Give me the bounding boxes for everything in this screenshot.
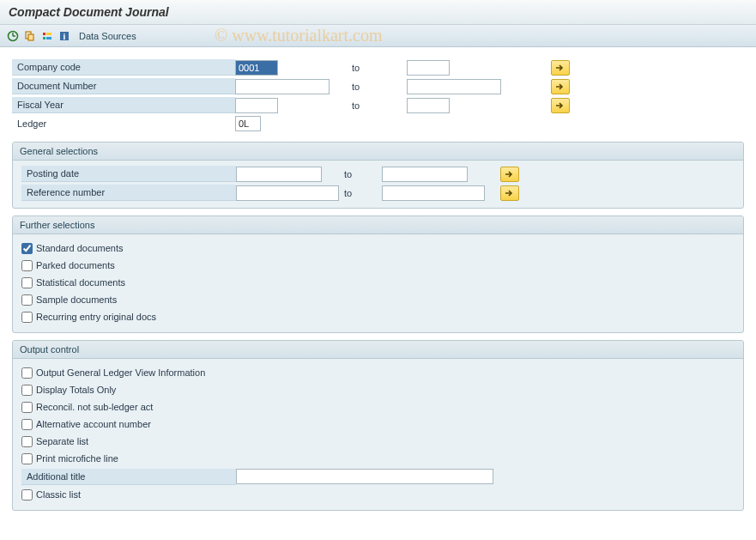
- reference-number-from-input[interactable]: [236, 185, 339, 201]
- additional-title-row: Additional title: [21, 467, 735, 486]
- title-bar: Compact Document Journal: [0, 0, 756, 25]
- further-check-label: Standard documents: [36, 243, 124, 253]
- output-control-group: Output control Output General Ledger Vie…: [12, 340, 744, 511]
- svg-rect-5: [43, 33, 45, 35]
- ledger-label: Ledger: [12, 116, 235, 131]
- further-check-label: Statistical documents: [36, 277, 125, 288]
- further-check-row: Parked documents: [21, 257, 735, 274]
- company-code-range-button[interactable]: [551, 60, 570, 76]
- classic-list-label: Classic list: [36, 489, 81, 500]
- svg-rect-4: [28, 34, 33, 40]
- output-check-label: Output General Ledger View Information: [36, 367, 205, 378]
- output-checkbox-2[interactable]: [21, 402, 33, 413]
- reference-number-label: Reference number: [21, 185, 236, 201]
- document-number-to-input[interactable]: [407, 79, 501, 94]
- output-control-header: Output control: [13, 341, 743, 359]
- svg-text:i: i: [64, 32, 66, 41]
- output-check-label: Reconcil. not sub-ledger act: [36, 402, 153, 412]
- further-check-row: Sample documents: [21, 291, 735, 308]
- fiscal-year-from-input[interactable]: [235, 98, 278, 113]
- output-check-row: Output General Ledger View Information: [21, 364, 735, 381]
- output-check-label: Separate list: [36, 436, 88, 446]
- posting-date-to-input[interactable]: [382, 167, 468, 182]
- posting-date-from-input[interactable]: [236, 167, 322, 182]
- posting-date-label: Posting date: [21, 166, 236, 182]
- further-checkbox-0[interactable]: [21, 243, 33, 254]
- further-checkbox-2[interactable]: [21, 277, 33, 288]
- company-code-to-input[interactable]: [407, 60, 450, 76]
- output-checkbox-3[interactable]: [21, 419, 33, 430]
- classic-list-row: Classic list: [21, 486, 735, 503]
- further-selections-group: Further selections Standard documentsPar…: [12, 215, 744, 333]
- ledger-input[interactable]: [235, 116, 261, 131]
- further-check-label: Parked documents: [36, 260, 115, 270]
- svg-rect-7: [46, 33, 51, 35]
- general-selections-group: General selections Posting date to Refer…: [12, 142, 744, 209]
- svg-rect-8: [46, 37, 51, 39]
- document-number-label: Document Number: [12, 78, 235, 94]
- fiscal-year-range-button[interactable]: [551, 98, 570, 113]
- output-checkbox-1[interactable]: [21, 385, 33, 396]
- output-check-row: Print microfiche line: [21, 450, 735, 467]
- general-selections-header: General selections: [13, 143, 743, 161]
- output-checkbox-0[interactable]: [21, 367, 33, 379]
- output-check-row: Alternative account number: [21, 416, 735, 433]
- info-icon[interactable]: i: [57, 28, 72, 44]
- output-check-label: Alternative account number: [36, 419, 151, 429]
- posting-date-range-button[interactable]: [500, 167, 519, 182]
- content: Company code to Document Number to Fisca…: [0, 47, 756, 525]
- company-code-to-label: to: [347, 63, 407, 73]
- further-checkbox-1[interactable]: [21, 260, 33, 271]
- fiscal-year-label: Fiscal Year: [12, 97, 235, 113]
- additional-title-input[interactable]: [236, 469, 493, 484]
- output-check-label: Print microfiche line: [36, 453, 118, 464]
- fiscal-year-to-label: to: [347, 100, 407, 111]
- output-check-row: Separate list: [21, 433, 735, 450]
- output-checkbox-4[interactable]: [21, 436, 33, 447]
- output-check-row: Display Totals Only: [21, 381, 735, 398]
- document-number-range-button[interactable]: [551, 79, 570, 94]
- company-code-label: Company code: [12, 59, 235, 76]
- fiscal-year-to-input[interactable]: [407, 98, 450, 113]
- output-checkbox-5[interactable]: [21, 453, 33, 464]
- company-code-from-input[interactable]: [235, 60, 278, 76]
- variant-icon[interactable]: [22, 28, 38, 44]
- selection-icon[interactable]: [39, 28, 55, 44]
- further-check-row: Standard documents: [21, 240, 735, 257]
- output-check-label: Display Totals Only: [36, 385, 116, 395]
- further-check-row: Statistical documents: [21, 274, 735, 291]
- reference-number-to-input[interactable]: [382, 185, 485, 201]
- additional-title-label: Additional title: [21, 469, 236, 485]
- top-fields: Company code to Document Number to Fisca…: [7, 54, 749, 133]
- further-check-label: Sample documents: [36, 294, 117, 305]
- classic-list-checkbox[interactable]: [21, 489, 33, 501]
- further-checkbox-4[interactable]: [21, 312, 33, 323]
- further-selections-header: Further selections: [13, 216, 743, 234]
- svg-rect-6: [43, 37, 45, 39]
- toolbar: i Data Sources: [0, 25, 756, 47]
- document-number-from-input[interactable]: [235, 79, 330, 94]
- data-sources-button[interactable]: Data Sources: [79, 31, 136, 41]
- further-check-label: Recurring entry original docs: [36, 312, 156, 322]
- page-title: Compact Document Journal: [9, 5, 747, 19]
- further-check-row: Recurring entry original docs: [21, 308, 735, 325]
- output-check-row: Reconcil. not sub-ledger act: [21, 398, 735, 416]
- posting-date-to-label: to: [339, 169, 382, 179]
- execute-icon[interactable]: [5, 28, 21, 44]
- reference-number-range-button[interactable]: [500, 185, 519, 201]
- reference-number-to-label: to: [339, 188, 382, 198]
- document-number-to-label: to: [347, 82, 407, 92]
- further-checkbox-3[interactable]: [21, 294, 33, 306]
